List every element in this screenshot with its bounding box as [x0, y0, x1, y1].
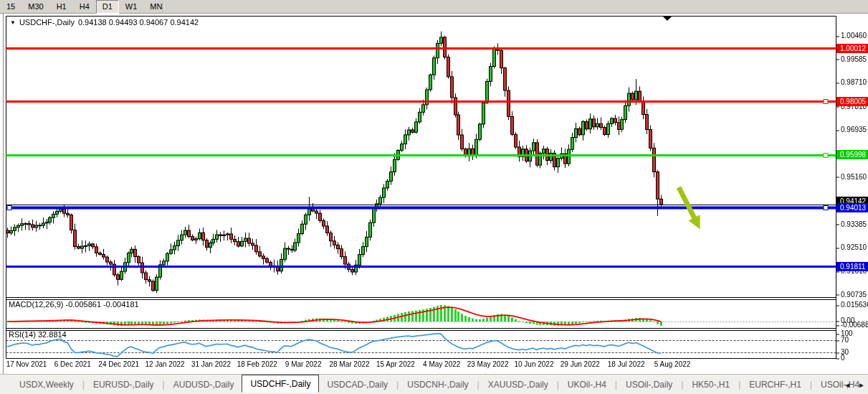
price-axis-label: 0.98710 [841, 78, 867, 86]
date-axis-label: 28 Mar 2022 [329, 360, 369, 368]
chart-title: ▼ USDCHF-,Daily 0.94138 0.94493 0.94067 … [10, 18, 199, 27]
price-badge: 0.95998 [836, 150, 868, 159]
timeframe-button[interactable]: H4 [73, 0, 96, 14]
tab-divider: | [615, 380, 617, 390]
date-axis[interactable]: 17 Nov 20216 Dec 202124 Dec 202112 Jan 2… [0, 360, 836, 371]
timeframe-button[interactable]: W1 [119, 0, 144, 14]
macd-axis-label: 0.015636 [841, 301, 868, 309]
date-axis-label: 18 Feb 2022 [237, 360, 277, 368]
chart-tab[interactable]: AUDUSD-,Daily [166, 377, 242, 393]
tab-divider: | [557, 380, 559, 390]
price-badge: 0.94013 [836, 203, 868, 212]
price-chart-canvas[interactable] [0, 14, 868, 394]
date-axis-label: 4 May 2022 [423, 360, 460, 368]
tab-divider: | [477, 380, 480, 390]
timeframe-button[interactable]: MN [143, 0, 168, 14]
price-axis-label: 0.92510 [841, 243, 867, 251]
date-axis-label: 12 Jan 2022 [146, 360, 185, 368]
timeframe-button[interactable]: H1 [50, 0, 73, 14]
chart-tab[interactable]: USDX,Weekly [11, 377, 82, 393]
tab-divider: | [738, 380, 740, 390]
chart-window: ▼ USDCHF-,Daily 0.94138 0.94493 0.94067 … [0, 14, 868, 394]
symbol-dropdown-icon[interactable]: ▼ [10, 19, 16, 26]
rsi-name: RSI(14) [9, 330, 36, 339]
date-axis-label: 6 Dec 2021 [54, 360, 91, 368]
rsi-axis-label: 70 [841, 336, 849, 344]
chart-tab[interactable]: USOil-,Daily [618, 377, 680, 393]
toolbar-separator [163, 1, 163, 12]
price-badge: 0.98005 [836, 97, 868, 106]
price-axis-label: 0.90735 [841, 291, 867, 299]
tab-divider: | [82, 380, 85, 390]
price-axis[interactable]: 1.004600.995850.987100.978100.969350.951… [836, 14, 868, 394]
timeframe-button[interactable]: D1 [96, 0, 119, 14]
tab-divider: | [396, 380, 399, 390]
chart-tab[interactable]: XAUUSD-,Daily [480, 377, 556, 393]
date-axis-label: 24 Dec 2021 [98, 360, 139, 368]
date-axis-label: 5 Aug 2022 [654, 360, 691, 368]
macd-indicator-label: MACD(12,26,9) -0.005861 -0.004181 [9, 300, 139, 309]
date-axis-label: 18 Jul 2022 [608, 360, 645, 368]
date-axis-label: 15 Apr 2022 [376, 360, 415, 368]
chart-tab[interactable]: USDCAD-,Daily [319, 377, 396, 393]
price-axis-label: 0.96935 [841, 126, 867, 133]
rsi-value: 32.8814 [38, 330, 67, 339]
chart-symbol-period: USDCHF-,Daily [19, 18, 75, 27]
mt4-terminal: { "toolbar":{ "timeframes":[ {"label":"1… [0, 0, 868, 394]
chart-ohlc-values: 0.94138 0.94493 0.94067 0.94142 [78, 18, 199, 27]
date-axis-label: 31 Jan 2022 [191, 360, 231, 368]
price-badge: 0.91811 [836, 262, 868, 271]
chart-tab[interactable]: EURCHF-,H1 [741, 377, 809, 393]
tab-divider: | [810, 380, 812, 390]
price-axis-label: 0.93385 [841, 220, 867, 228]
chart-tab[interactable]: HK50-,H1 [684, 377, 738, 393]
macd-values: -0.005861 -0.004181 [65, 300, 138, 309]
timeframe-button[interactable]: 15 [0, 0, 22, 14]
date-axis-label: 9 Mar 2022 [285, 360, 322, 368]
chart-tab[interactable]: EURUSD-,Daily [85, 377, 162, 393]
chart-tab-bar: USDX,Weekly|EURUSD-,Daily|AUDUSD-,DailyU… [0, 374, 868, 394]
rsi-axis-label: 0 [841, 354, 845, 362]
tab-divider: | [163, 380, 165, 390]
date-axis-label: 17 Nov 2021 [6, 360, 47, 368]
tab-divider: | [681, 380, 683, 390]
price-axis-label: 0.99585 [841, 55, 867, 63]
date-axis-label: 23 May 2022 [467, 360, 509, 368]
rsi-indicator-label: RSI(14) 32.8814 [9, 330, 67, 339]
timeframe-toolbar: 15M30H1H4D1W1MN [0, 0, 868, 14]
macd-axis-label: -0.006884 [841, 321, 868, 329]
chart-tab[interactable]: USDCHF-,Daily [242, 375, 319, 393]
date-axis-label: 29 Jun 2022 [561, 360, 600, 368]
chart-tab[interactable]: UKOil-,H4 [560, 377, 614, 393]
timeframe-button[interactable]: M30 [22, 0, 49, 14]
macd-name: MACD(12,26,9) [9, 300, 63, 309]
chart-tab[interactable]: USDCNH-,Daily [399, 377, 476, 393]
price-badge: 1.00012 [836, 44, 868, 53]
price-axis-label: 0.95160 [841, 173, 867, 181]
date-axis-label: 10 Jun 2022 [514, 360, 553, 368]
price-axis-label: 1.00460 [841, 32, 867, 39]
